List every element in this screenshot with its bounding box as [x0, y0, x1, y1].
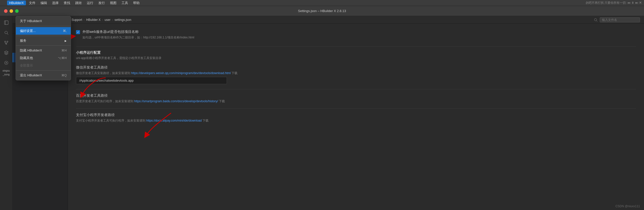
divider-1	[76, 46, 636, 46]
menu-find[interactable]: 查找	[62, 0, 72, 6]
settings-content: ✓ 外部web服务器url是否包括项目名称 如勾选，url中将项目名称作为二级目…	[68, 24, 644, 210]
menu-about[interactable]: 关于 HBuilderX	[16, 17, 71, 25]
setting-alipay: 支付宝小程序开发者路径 支付宝小程序开发者工具可执行程序，如未安装请到 http…	[76, 113, 636, 123]
wechat-desc: 微信开发者工具安装路径，如未安装请到 https://developers.we…	[76, 71, 636, 75]
main-panel: 📁 » yinfengrui › Library › Application S…	[13, 16, 644, 210]
svg-rect-0	[4, 21, 8, 25]
miniprogram-desc: uni-app依赖小程序开发者工具，需指定小程序开发工具安装目录	[76, 56, 636, 60]
setting-web-server: ✓ 外部web服务器url是否包括项目名称 如勾选，url中将项目名称作为二级目…	[76, 30, 636, 41]
svg-point-5	[7, 41, 8, 42]
svg-point-11	[594, 18, 597, 21]
breadcrumb-hbuilder[interactable]: HBuilder X	[86, 18, 100, 22]
setting-web-server-label: 外部web服务器url是否包括项目名称	[83, 30, 194, 34]
debug-icon[interactable]	[2, 58, 11, 67]
menu-file[interactable]: 文件	[27, 0, 37, 6]
mac-menu-bar: HBuilderX 文件 编辑 选择 查找 跳转 运行 发行 视图 工具 帮助 …	[0, 0, 644, 6]
alipay-desc: 支付宝小程序开发者工具可执行程序，如未安装请到 https://docs.ali…	[76, 118, 636, 123]
miniprogram-title: 小程序运行配置	[76, 50, 636, 55]
baidu-desc: 百度开发者工具可执行程序，如未安装请到 https://smartprogram…	[76, 99, 636, 103]
menu-preferences[interactable]: 偏好设置... ⌘,	[16, 27, 71, 35]
svg-point-4	[5, 41, 6, 42]
hbuilderx-menu-dropdown: 关于 HBuilderX 偏好设置... ⌘, 服务 ▶ 隐藏 HBuilder…	[16, 16, 71, 80]
explorer-icon[interactable]	[2, 18, 11, 27]
svg-line-3	[7, 33, 8, 34]
maximize-button[interactable]	[15, 9, 19, 13]
wechat-input: /Applications/wechatwebdevtools.app	[76, 77, 227, 84]
menu-separator-4	[16, 70, 71, 71]
checkbox-web-server[interactable]: ✓	[76, 30, 80, 34]
menu-jump[interactable]: 跳转	[73, 0, 84, 6]
breadcrumb-bar: 📁 » yinfengrui › Library › Application S…	[13, 16, 644, 24]
minimize-button[interactable]	[10, 9, 13, 13]
apple-icon[interactable]	[2, 3, 6, 4]
breadcrumb-settings-json[interactable]: settings.json	[114, 18, 131, 22]
setting-web-server-desc: 如勾选，url中将项目名称作为二级目录，如：http://192.168.1.1…	[83, 35, 194, 40]
menu-separator-2	[16, 36, 71, 36]
menu-separator-3	[16, 45, 71, 46]
menu-select[interactable]: 选择	[50, 0, 61, 6]
menu-hbuilderx[interactable]: HBuilderX	[7, 1, 26, 5]
services-arrow: ▶	[65, 39, 67, 42]
svg-line-12	[596, 21, 597, 22]
wechat-label: 微信开发者工具路径	[76, 65, 636, 70]
watermark: CSDN @niuxx111	[615, 204, 640, 208]
title-bar: Settings.json – HBuilder X 2.8.13	[0, 6, 644, 16]
main-layout: xingsu _song 📁 » yinfengrui › Library › …	[0, 16, 644, 210]
svg-line-9	[6, 42, 8, 43]
search-bar-right	[594, 17, 640, 22]
menu-hide[interactable]: 隐藏 HBuilderX ⌘H	[16, 47, 71, 54]
menu-help[interactable]: 帮助	[131, 0, 142, 6]
search-icon[interactable]	[2, 28, 11, 37]
menu-view[interactable]: 视图	[108, 0, 118, 6]
menu-show-all: 全部显示	[16, 62, 71, 69]
menu-run[interactable]: 运行	[85, 0, 95, 6]
extensions-icon[interactable]	[2, 48, 11, 57]
menu-tools[interactable]: 工具	[119, 0, 130, 6]
divider-3	[76, 109, 636, 109]
wechat-link[interactable]: https://developers.weixin.qq.com/minipro…	[131, 71, 231, 75]
content-area: 📁 » yinfengrui › Library › Application S…	[13, 16, 644, 210]
project-label2: _song	[3, 73, 10, 76]
setting-baidu: 百度开发者工具路径 百度开发者工具可执行程序，如未安装请到 https://sm…	[76, 93, 636, 103]
baidu-label: 百度开发者工具路径	[76, 93, 636, 98]
activity-bar: xingsu _song	[0, 16, 13, 210]
git-icon[interactable]	[2, 38, 11, 47]
menu-separator-1	[16, 26, 71, 26]
setting-wechat: 微信开发者工具路径 微信开发者工具安装路径，如未安装请到 https://dev…	[76, 65, 636, 84]
menu-quit[interactable]: 退出 HBuilderX ⌘Q	[16, 72, 71, 79]
menu-services[interactable]: 服务 ▶	[16, 37, 71, 44]
settings-layout: ⚙ Settings.json 常用配置 编辑器配置 运行配置 插件配置 源码视…	[13, 24, 644, 210]
menu-edit[interactable]: 编辑	[38, 0, 49, 6]
window-title: Settings.json – HBuilder X 2.8.13	[298, 9, 346, 13]
breadcrumb-user[interactable]: user	[105, 18, 110, 22]
menu-hide-others[interactable]: 隐藏其他 ⌥⌘H	[16, 54, 71, 62]
alipay-link[interactable]: https://docs.alipay.com/mini/ide/downloa…	[146, 119, 202, 122]
menu-publish[interactable]: 发行	[96, 0, 107, 6]
project-label: xingsu	[3, 69, 10, 72]
dnd-text: 勿吧不再打扰 只要你所有一切: ⏮ ⏸ ⏭ ✕	[586, 1, 642, 5]
svg-point-6	[6, 43, 7, 44]
svg-point-2	[5, 31, 8, 34]
divider-2	[76, 89, 636, 89]
close-button[interactable]	[4, 9, 8, 13]
baidu-link[interactable]: https://smartprogram.baidu.com/docs/deve…	[134, 99, 218, 103]
traffic-lights	[4, 9, 19, 13]
search-bar-icon	[594, 18, 598, 22]
setting-miniprogram-title: 小程序运行配置 uni-app依赖小程序开发者工具，需指定小程序开发工具安装目录	[76, 50, 636, 60]
alipay-label: 支付宝小程序开发者路径	[76, 113, 636, 117]
file-search-input[interactable]	[600, 17, 640, 22]
